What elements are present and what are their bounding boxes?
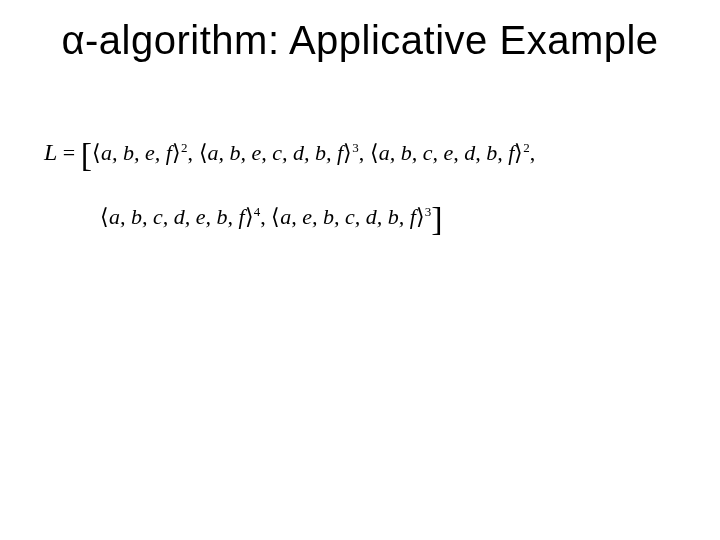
equation-line-1: L = [⟨a, b, e, f⟩2, ⟨a, b, e, c, d, b, f… xyxy=(44,120,535,178)
close-bracket: ] xyxy=(431,200,442,237)
comma: , xyxy=(530,140,536,165)
comma: , xyxy=(260,204,271,229)
term-5: ⟨a, e, b, c, d, b, f⟩3 xyxy=(271,204,431,229)
slide-title: α-algorithm: Applicative Example xyxy=(0,18,720,63)
equation-line-2: ⟨a, b, c, d, e, b, f⟩4, ⟨a, e, b, c, d, … xyxy=(44,184,535,242)
comma: , xyxy=(188,140,199,165)
open-bracket: [ xyxy=(81,136,92,173)
slide: α-algorithm: Applicative Example L = [⟨a… xyxy=(0,0,720,540)
term-2: ⟨a, b, e, c, d, b, f⟩3 xyxy=(199,140,359,165)
eq-sign: = xyxy=(57,140,80,165)
comma: , xyxy=(359,140,370,165)
term-1: ⟨a, b, e, f⟩2 xyxy=(92,140,187,165)
term-4: ⟨a, b, c, d, e, b, f⟩4 xyxy=(100,204,260,229)
term-3: ⟨a, b, c, e, d, b, f⟩2 xyxy=(370,140,530,165)
equation-block: L = [⟨a, b, e, f⟩2, ⟨a, b, e, c, d, b, f… xyxy=(44,120,535,242)
var-L: L xyxy=(44,139,57,165)
